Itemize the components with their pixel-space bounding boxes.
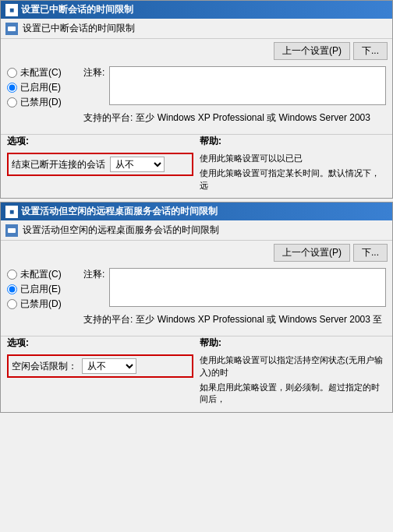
panel1-note-box[interactable] (109, 66, 386, 105)
panel2-right-col: 注释: 支持的平台: 至少 Windows XP Professional 或 … (83, 268, 386, 329)
panel2-option-row: 空闲会话限制： 从不 1分钟 5分钟 10分钟 (7, 354, 193, 378)
panel1-toolbar: 上一个设置(P) 下... (1, 39, 392, 63)
panel2-toolbar: 上一个设置(P) 下... (1, 241, 392, 265)
panel1-titlebar: ■ 设置已中断会话的时间限制 (1, 1, 392, 19)
panel2-radio-disabled[interactable] (7, 299, 17, 309)
panel2-platform-row: 支持的平台: 至少 Windows XP Professional 或 Wind… (83, 313, 386, 326)
panel2: ■ 设置活动但空闲的远程桌面服务会话的时间限制 设置活动但空闲的远程桌面服务会话… (0, 202, 393, 413)
panel2-radio-enabled[interactable] (7, 284, 17, 294)
panel2-option-label: 空闲会话限制： (12, 360, 77, 373)
panel2-radio-unset-label: 未配置(C) (20, 268, 62, 281)
panel1-radio-unset-label: 未配置(C) (20, 66, 62, 79)
panel1-radio-disabled[interactable] (7, 97, 17, 107)
panel1-title-icon: ■ (5, 4, 18, 16)
panel1-option-label: 结束已断开连接的会话 (12, 158, 105, 171)
panel1-platform-row: 支持的平台: 至少 Windows XP Professional 或 Wind… (83, 111, 386, 125)
panel2-radio-row-2: 已启用(E) (7, 283, 77, 296)
panel1-platform-value: 至少 Windows XP Professional 或 Windows Ser… (136, 111, 370, 125)
panel1-help-section: 帮助: 使用此策略设置可以以已已 使用此策略设置可指定某长时间。默认情况下，远 (200, 135, 386, 192)
panel2-note-label: 注释: (83, 268, 104, 281)
panel1-help-text1: 使用此策略设置可以以已已 (200, 153, 386, 164)
panel2-help-title: 帮助: (200, 336, 386, 350)
panel2-note-section: 注释: (83, 268, 386, 307)
panel2-options-section: 选项: 空闲会话限制： 从不 1分钟 5分钟 10分钟 (7, 336, 193, 406)
panel2-help-text2: 如果启用此策略设置，则必须制。超过指定的时间后， (200, 382, 386, 406)
panel1-radio-enabled[interactable] (7, 83, 17, 93)
panel1-radio-row-2: 已启用(E) (7, 81, 77, 94)
panel2-radio-row-1: 未配置(C) (7, 268, 77, 281)
panel1-right-col: 注释: 支持的平台: 至少 Windows XP Professional 或 … (83, 66, 386, 128)
panel1-help-text2: 使用此策略设置可指定某长时间。默认情况下，远 (200, 167, 386, 192)
panel1-radio-enabled-label: 已启用(E) (20, 81, 61, 94)
panel2-prev-btn[interactable]: 上一个设置(P) (274, 244, 350, 262)
panel1-option-select[interactable]: 从不 1分钟 5分钟 10分钟 (110, 157, 165, 172)
panel1-header: 设置已中断会话的时间限制 (1, 19, 392, 39)
panel2-note-box[interactable] (109, 268, 386, 307)
panel2-option-select[interactable]: 从不 1分钟 5分钟 10分钟 (82, 358, 136, 374)
panel2-radio-row-3: 已禁用(D) (7, 298, 77, 311)
panel2-header: 设置活动但空闲的远程桌面服务会话的时间限制 (1, 220, 392, 241)
panel2-titlebar: ■ 设置活动但空闲的远程桌面服务会话的时间限制 (1, 203, 392, 220)
panel1-note-section: 注释: (83, 66, 386, 105)
panel2-title-icon: ■ (5, 206, 18, 218)
panel2-header-text: 设置活动但空闲的远程桌面服务会话的时间限制 (23, 224, 219, 237)
panel2-left-col: 未配置(C) 已启用(E) 已禁用(D) (7, 268, 77, 329)
panel2-options-title: 选项: (7, 336, 193, 350)
panel1-title-text: 设置已中断会话的时间限制 (21, 3, 133, 16)
panel2-options-help: 选项: 空闲会话限制： 从不 1分钟 5分钟 10分钟 帮助: 使用此策略设置可… (1, 336, 392, 412)
panel2-next-btn[interactable]: 下... (353, 244, 388, 262)
panel2-radio-enabled-label: 已启用(E) (20, 283, 61, 296)
panel1-note-label: 注释: (83, 66, 104, 79)
panel2-platform-value: 至少 Windows XP Professional 或 Windows Ser… (136, 313, 382, 326)
panel2-radio-disabled-label: 已禁用(D) (20, 298, 62, 311)
svg-rect-3 (8, 228, 16, 233)
panel2-help-text1: 使用此策略设置可以指定活持空闲状态(无用户输入)的时 (200, 354, 386, 379)
panel1-next-btn[interactable]: 下... (353, 42, 388, 60)
panel1-option-row: 结束已断开连接的会话 从不 1分钟 5分钟 10分钟 (7, 153, 193, 176)
panel2-body: 未配置(C) 已启用(E) 已禁用(D) 注释: 支持的平台: 至少 W (1, 265, 392, 336)
panel2-title-text: 设置活动但空闲的远程桌面服务会话的时间限制 (21, 205, 218, 218)
panel1-radio-disabled-label: 已禁用(D) (20, 96, 62, 109)
panel1-help-title: 帮助: (200, 135, 386, 148)
panel2-radio-unset[interactable] (7, 270, 17, 280)
panel1-options-help: 选项: 结束已断开连接的会话 从不 1分钟 5分钟 10分钟 帮助: 使用此策略… (1, 134, 392, 198)
panel1: ■ 设置已中断会话的时间限制 设置已中断会话的时间限制 上一个设置(P) 下..… (0, 0, 393, 199)
panel2-platform-label: 支持的平台: (83, 313, 133, 326)
panel1-options-section: 选项: 结束已断开连接的会话 从不 1分钟 5分钟 10分钟 (7, 135, 193, 192)
panel1-radio-row-1: 未配置(C) (7, 66, 77, 79)
panel1-radio-row-3: 已禁用(D) (7, 96, 77, 109)
panel1-platform-label: 支持的平台: (83, 111, 133, 125)
panel1-left-col: 未配置(C) 已启用(E) 已禁用(D) (7, 66, 77, 128)
panel1-radio-unset[interactable] (7, 68, 17, 78)
panel2-radio-group: 未配置(C) 已启用(E) 已禁用(D) (7, 268, 77, 311)
panel1-header-text: 设置已中断会话的时间限制 (23, 22, 135, 35)
panel2-header-icon (5, 224, 18, 237)
panel1-options-title: 选项: (7, 135, 193, 148)
panel1-header-icon (5, 23, 18, 35)
panel1-body: 未配置(C) 已启用(E) 已禁用(D) 注释: 支持的平台: 至少 W (1, 63, 392, 134)
svg-rect-1 (8, 26, 16, 31)
panel1-radio-group: 未配置(C) 已启用(E) 已禁用(D) (7, 66, 77, 109)
panel2-help-section: 帮助: 使用此策略设置可以指定活持空闲状态(无用户输入)的时 如果启用此策略设置… (200, 336, 386, 406)
panel1-prev-btn[interactable]: 上一个设置(P) (274, 42, 350, 60)
